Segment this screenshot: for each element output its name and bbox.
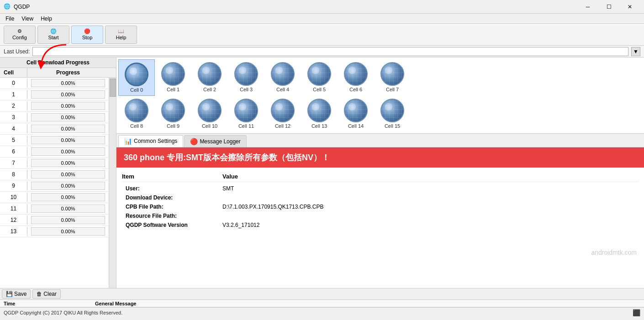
tab-common-settings-label: Common Settings <box>134 138 177 144</box>
cell-grid-item[interactable]: Cell 14 <box>338 96 374 131</box>
help-icon: 📖 <box>118 29 124 34</box>
start-label: Start <box>48 35 58 40</box>
cell-number: 3 <box>0 113 27 122</box>
cell-grid-row1: Cell 0Cell 1Cell 2Cell 3Cell 4Cell 5Cell… <box>118 59 642 96</box>
tab-message-logger[interactable]: 🔴 Message Logger <box>184 135 246 147</box>
menu-view[interactable]: View <box>18 15 37 23</box>
cell-grid-label: Cell 1 <box>167 87 179 92</box>
progress-value: 0.00% <box>31 147 105 156</box>
cell-grid-item[interactable]: Cell 1 <box>155 59 191 96</box>
last-used-input[interactable] <box>32 47 628 56</box>
app-icon: 🌐 <box>4 3 11 10</box>
left-panel: Cell Donwload Progress Cell Progress 0 0… <box>0 58 116 288</box>
cell-grid-item[interactable]: Cell 3 <box>228 59 264 96</box>
scrollbar-thumb[interactable] <box>110 79 116 97</box>
cell-grid-item[interactable]: Cell 2 <box>191 59 228 96</box>
cell-progress: 0.00% <box>27 226 109 237</box>
maximize-button[interactable]: ☐ <box>598 0 619 14</box>
settings-col-item: Item <box>122 173 222 180</box>
config-label: Config <box>12 35 27 40</box>
stop-button[interactable]: 🛑 Stop <box>71 26 103 44</box>
minimize-button[interactable]: ─ <box>577 0 598 14</box>
settings-header: Item Value <box>122 171 639 182</box>
close-button[interactable]: ✕ <box>619 0 640 14</box>
cell-progress: 0.00% <box>27 180 109 191</box>
log-col-time: Time <box>4 301 95 306</box>
settings-row: CPB File Path: D:\7.1.003.PX.170915.QK17… <box>122 202 639 211</box>
cell-row: 1 0.00% <box>0 89 109 100</box>
status-text: QGDP Copyright (C) 2017 QIKU All Rights … <box>4 310 122 315</box>
main-layout: Cell Donwload Progress Cell Progress 0 0… <box>0 58 644 288</box>
resize-handle[interactable]: ⬛ <box>633 309 640 316</box>
app-title: QGDP <box>14 4 577 10</box>
cell-grid-item[interactable]: Cell 12 <box>264 96 301 131</box>
cell-grid-item[interactable]: Cell 6 <box>338 59 374 96</box>
cell-grid-label: Cell 7 <box>386 87 399 92</box>
menu-file[interactable]: File <box>2 15 18 23</box>
tab-message-logger-label: Message Logger <box>200 138 240 145</box>
cell-grid-item[interactable]: Cell 5 <box>301 59 338 96</box>
log-toolbar: 💾 Save 🗑 Clear <box>0 289 644 300</box>
cell-grid-item[interactable]: Cell 9 <box>155 96 191 131</box>
cell-grid-item[interactable]: Cell 7 <box>374 59 411 96</box>
cell-grid-label: Cell 6 <box>349 87 362 92</box>
cell-row: 11 0.00% <box>0 203 109 215</box>
settings-value: V3.2.6_171012 <box>222 222 639 228</box>
cell-number: 7 <box>0 158 27 168</box>
settings-item: Resource File Path: <box>122 213 222 219</box>
tab-common-settings[interactable]: 📊 Common Settings <box>118 135 183 147</box>
help-button[interactable]: 📖 Help <box>105 26 137 44</box>
scrollbar[interactable] <box>109 78 116 288</box>
settings-rows: User: SMT Download Device: CPB File Path… <box>122 184 639 230</box>
cell-grid-label: Cell 13 <box>311 123 327 129</box>
start-icon: 🌐 <box>50 29 57 34</box>
start-button[interactable]: 🌐 Start <box>37 26 69 44</box>
settings-col-value: Value <box>222 173 639 180</box>
content-area: 360 phone 专用:SMT版本会擦除所有参数（包括NV）！ Item Va… <box>116 147 644 288</box>
cell-grid-label: Cell 15 <box>385 123 400 129</box>
cell-progress: 0.00% <box>27 203 109 214</box>
cell-grid-item[interactable]: Cell 15 <box>374 96 411 131</box>
watermark: androidmtk.com <box>591 249 637 256</box>
cell-grid-item[interactable]: Cell 8 <box>118 96 155 131</box>
cell-grid-item[interactable]: Cell 11 <box>228 96 264 131</box>
save-button[interactable]: 💾 Save <box>2 289 31 299</box>
cell-number: 12 <box>0 215 27 225</box>
cell-progress: 0.00% <box>27 169 109 180</box>
progress-value: 0.00% <box>31 227 105 236</box>
cell-grid-label: Cell 8 <box>130 123 143 129</box>
left-panel-header: Cell Donwload Progress <box>0 58 116 68</box>
help-label: Help <box>116 35 127 40</box>
cell-number: 4 <box>0 124 27 133</box>
progress-value: 0.00% <box>31 102 105 110</box>
cell-grid-item[interactable]: Cell 13 <box>301 96 338 131</box>
cell-grid-item[interactable]: Cell 0 <box>118 59 155 96</box>
config-button[interactable]: ⚙ Config <box>4 26 36 44</box>
cell-number: 5 <box>0 136 27 145</box>
clear-icon: 🗑 <box>37 291 42 297</box>
cell-grid-item[interactable]: Cell 10 <box>191 96 228 131</box>
clear-button[interactable]: 🗑 Clear <box>32 289 61 299</box>
cell-row: 10 0.00% <box>0 192 109 203</box>
settings-value <box>222 194 639 201</box>
last-used-label: Last Used: <box>4 48 30 55</box>
cell-progress: 0.00% <box>27 135 109 146</box>
title-bar: 🌐 QGDP ─ ☐ ✕ <box>0 0 644 14</box>
cell-number: 1 <box>0 90 27 99</box>
cell-progress: 0.00% <box>27 123 109 134</box>
cell-row: 4 0.00% <box>0 123 109 135</box>
last-used-dropdown[interactable]: ▼ <box>631 47 640 56</box>
settings-item: User: <box>122 185 222 192</box>
menu-bar: File View Help <box>0 14 644 24</box>
menu-help[interactable]: Help <box>37 15 56 23</box>
progress-value: 0.00% <box>31 193 105 201</box>
cell-number: 6 <box>0 147 27 156</box>
cell-progress: 0.00% <box>27 146 109 157</box>
progress-value: 0.00% <box>31 170 105 178</box>
progress-value: 0.00% <box>31 90 105 99</box>
cell-grid-item[interactable]: Cell 4 <box>264 59 301 96</box>
log-area: 💾 Save 🗑 Clear Time General Message <box>0 288 644 307</box>
cell-progress: 0.00% <box>27 78 109 89</box>
toolbar: ⚙ Config 🌐 Start 🛑 Stop 📖 Help <box>0 24 644 46</box>
stop-label: Stop <box>82 35 93 40</box>
